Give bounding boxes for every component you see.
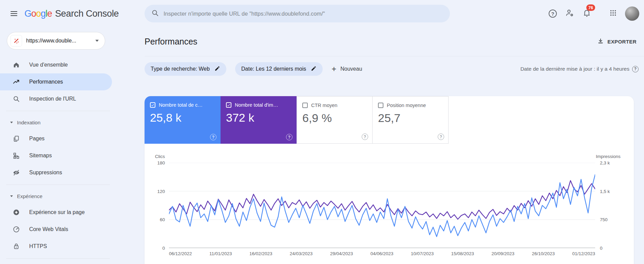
google-wordmark: Google bbox=[24, 8, 52, 19]
total-impressions-tile[interactable]: Nombre total d'im… 372 k ? bbox=[221, 96, 297, 144]
average-position-tile[interactable]: Position moyenne 25,7 ? bbox=[373, 96, 449, 144]
checkbox-unchecked-icon[interactable] bbox=[302, 103, 308, 108]
help-icon[interactable]: ? bbox=[286, 134, 292, 140]
x-axis-label: 06/12/2022 bbox=[169, 251, 192, 256]
sidebar-item-label: Vue d'ensemble bbox=[29, 62, 68, 68]
y-tick-right: 0 bbox=[600, 246, 603, 251]
property-selector[interactable]: https://www.double... bbox=[7, 32, 105, 50]
url-inspection-input[interactable] bbox=[164, 11, 443, 17]
x-axis-label: 16/02/2023 bbox=[249, 251, 272, 256]
sitemap-icon bbox=[12, 152, 20, 160]
export-label: EXPORTER bbox=[607, 39, 637, 45]
new-filter-label: Nouveau bbox=[340, 66, 362, 72]
sidebar-item-label: Performances bbox=[29, 79, 63, 85]
checkbox-checked-icon[interactable] bbox=[150, 102, 155, 108]
header-divider bbox=[145, 56, 644, 56]
home-icon bbox=[12, 61, 20, 69]
notifications-button[interactable]: 76 bbox=[580, 6, 594, 21]
google-logo[interactable]: Google Search Console bbox=[24, 8, 119, 19]
sidebar-item-page-experience[interactable]: Expérience sur la page bbox=[0, 204, 112, 221]
date-filter-chip[interactable]: Date: Les 12 derniers mois bbox=[235, 62, 323, 76]
download-icon bbox=[597, 38, 604, 46]
sidebar-item-performances[interactable]: Performances bbox=[0, 73, 112, 90]
help-button[interactable]: ? bbox=[546, 6, 560, 21]
sidebar-divider bbox=[6, 258, 110, 259]
sidebar-item-label: HTTPS bbox=[29, 243, 47, 249]
metric-tiles: Nombre total de c… 25,8 k ? Nombre total… bbox=[145, 96, 634, 144]
help-icon: ? bbox=[549, 10, 557, 18]
performance-report-card: Nombre total de c… 25,8 k ? Nombre total… bbox=[145, 96, 634, 264]
logo-letter: e bbox=[47, 8, 52, 19]
sidebar-item-core-web-vitals[interactable]: Core Web Vitals bbox=[0, 221, 112, 238]
menu-button[interactable] bbox=[7, 6, 21, 21]
search-icon bbox=[12, 95, 20, 103]
new-filter-button[interactable]: + Nouveau bbox=[332, 65, 362, 73]
sidebar-item-https[interactable]: HTTPS bbox=[0, 238, 112, 255]
user-settings-button[interactable] bbox=[563, 6, 577, 21]
sidebar-section-experience[interactable]: Expérience bbox=[0, 188, 112, 204]
hamburger-icon bbox=[11, 10, 17, 18]
property-label: https://www.double... bbox=[26, 38, 91, 44]
last-update-text: Date de la dernière mise à jour : il y a… bbox=[520, 66, 629, 72]
chevron-down-icon bbox=[95, 40, 99, 42]
help-icon[interactable]: ? bbox=[210, 134, 216, 140]
help-icon[interactable]: ? bbox=[362, 134, 368, 140]
header-actions: ? 76 bbox=[546, 6, 639, 21]
performance-chart: Clics 180120600 Impressions 2,3 k1,5 k75… bbox=[145, 144, 634, 256]
chip-label: Date: Les 12 derniers mois bbox=[241, 66, 306, 72]
x-axis-label: 26/10/2023 bbox=[532, 251, 555, 256]
y-axis-title-clicks: Clics bbox=[155, 154, 165, 159]
sidebar-item-label: Sitemaps bbox=[29, 153, 52, 159]
google-search-console-app: Google Search Console ? bbox=[0, 0, 644, 264]
eye-off-icon bbox=[12, 169, 20, 177]
search-type-filter-chip[interactable]: Type de recherche: Web bbox=[145, 62, 226, 76]
x-axis-label: 20/09/2023 bbox=[492, 251, 515, 256]
help-icon[interactable]: ? bbox=[632, 66, 639, 72]
average-ctr-tile[interactable]: CTR moyen 6,9 % ? bbox=[297, 96, 373, 144]
url-inspection-searchbar[interactable] bbox=[145, 5, 450, 22]
main-content: Performances EXPORTER Type de recherche:… bbox=[112, 27, 644, 264]
speedometer-icon bbox=[12, 225, 20, 233]
page-header: Performances EXPORTER bbox=[145, 27, 644, 56]
x-axis-label: 24/03/2023 bbox=[290, 251, 313, 256]
y-tick-left: 120 bbox=[157, 189, 165, 194]
user-gear-icon bbox=[565, 8, 574, 19]
line-chart-svg bbox=[169, 163, 595, 248]
logo-letter: G bbox=[24, 8, 31, 19]
help-icon[interactable]: ? bbox=[438, 134, 444, 140]
y-axis-clicks: Clics 180120600 bbox=[150, 163, 169, 248]
sidebar-item-label: Inspection de l'URL bbox=[29, 96, 76, 102]
x-axis-label: 29/04/2023 bbox=[330, 251, 353, 256]
sidebar-section-label: Indexation bbox=[17, 120, 40, 125]
sidebar-item-label: Core Web Vitals bbox=[29, 226, 68, 232]
metric-label: CTR moyen bbox=[311, 103, 337, 108]
metric-label: Nombre total d'im… bbox=[235, 102, 278, 108]
url-prefix-property-icon bbox=[11, 35, 22, 47]
total-clicks-tile[interactable]: Nombre total de c… 25,8 k ? bbox=[145, 96, 221, 144]
y-tick-left: 180 bbox=[157, 160, 165, 165]
sidebar-divider bbox=[6, 184, 110, 185]
sidebar-item-label: Pages bbox=[29, 136, 44, 142]
x-axis-label: 10/07/2023 bbox=[411, 251, 434, 256]
chevron-down-icon bbox=[10, 122, 13, 123]
sidebar-section-indexation[interactable]: Indexation bbox=[0, 115, 112, 130]
x-axis-label: 04/06/2023 bbox=[371, 251, 394, 256]
checkbox-unchecked-icon[interactable] bbox=[378, 103, 383, 108]
x-axis-label: 15/08/2023 bbox=[451, 251, 474, 256]
y-axis-title-impressions: Impressions bbox=[596, 154, 621, 159]
edit-pencil-icon bbox=[214, 66, 220, 73]
sidebar-item-url-inspection[interactable]: Inspection de l'URL bbox=[0, 90, 112, 107]
export-button[interactable]: EXPORTER bbox=[597, 38, 637, 46]
checkbox-checked-icon[interactable] bbox=[226, 102, 231, 108]
chevron-down-icon bbox=[10, 195, 13, 197]
account-avatar[interactable] bbox=[625, 6, 639, 21]
sidebar-item-removals[interactable]: Suppressions bbox=[0, 164, 112, 181]
sidebar-item-sitemaps[interactable]: Sitemaps bbox=[0, 147, 112, 164]
metric-value: 25,8 k bbox=[150, 111, 216, 124]
y-tick-right: 2,3 k bbox=[600, 160, 610, 165]
apps-grid-icon bbox=[609, 9, 617, 18]
sidebar-item-pages[interactable]: Pages bbox=[0, 130, 112, 147]
google-apps-button[interactable] bbox=[606, 6, 620, 21]
search-icon bbox=[151, 9, 159, 18]
sidebar-item-overview[interactable]: Vue d'ensemble bbox=[0, 56, 112, 73]
